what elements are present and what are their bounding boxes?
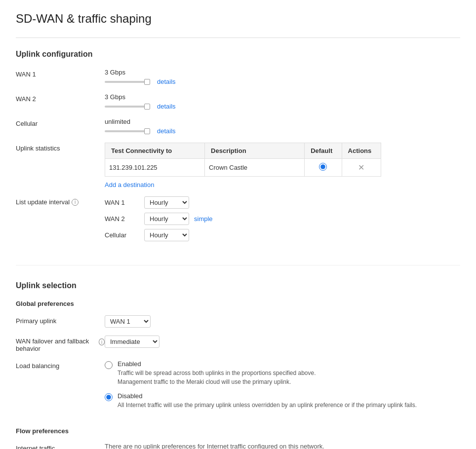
- title-divider: [16, 37, 460, 38]
- col-actions-header: Actions: [342, 143, 381, 159]
- wan1-bandwidth: 3 Gbps: [105, 69, 460, 76]
- primary-uplink-row: Primary uplink WAN 1 WAN 2 Cellular: [16, 315, 460, 328]
- load-balancing-row: Load balancing Enabled Traffic will be s…: [16, 360, 460, 415]
- cellular-interval-select[interactable]: Hourly Daily Weekly: [144, 229, 189, 241]
- page-title: SD-WAN & traffic shaping: [16, 12, 460, 26]
- connectivity-table: Test Connectivity to Description Default…: [105, 143, 381, 177]
- failover-label: WAN failover and fallback behavior i: [16, 336, 105, 352]
- uplink-stats-label: Uplink statistics: [16, 143, 105, 152]
- col-connectivity-header: Test Connectivity to: [105, 143, 205, 159]
- cellular-slider-thumb[interactable]: [144, 128, 150, 134]
- cellular-slider-row: details: [105, 127, 460, 135]
- wan2-label: WAN 2: [16, 93, 105, 103]
- uplink-stats-row: Uplink statistics Test Connectivity to D…: [16, 143, 460, 188]
- table-header-row: Test Connectivity to Description Default…: [105, 143, 381, 159]
- load-balancing-disabled-content: Disabled All Internet traffic will use t…: [118, 392, 417, 410]
- description-input[interactable]: [209, 164, 300, 171]
- wan1-interval-row: WAN 1 Hourly Daily Weekly: [105, 196, 460, 209]
- wan2-content: 3 Gbps details: [105, 93, 460, 110]
- load-balancing-enabled-desc: Traffic will be spread across both uplin…: [118, 369, 316, 386]
- wan1-interval-label: WAN 1: [105, 199, 139, 206]
- add-destination-link[interactable]: Add a destination: [105, 181, 154, 188]
- wan1-slider-track[interactable]: [105, 81, 149, 83]
- uplink-selection-section: Uplink selection Global preferences Prim…: [16, 281, 460, 449]
- wan1-details-link[interactable]: details: [157, 78, 176, 85]
- delete-row-button[interactable]: ✕: [355, 162, 367, 173]
- cellular-interval-row: Cellular Hourly Daily Weekly: [105, 229, 460, 241]
- load-balancing-disabled-label: Disabled: [118, 392, 417, 400]
- uplink-config-title: Uplink configuration: [16, 50, 460, 59]
- list-update-interval-content: WAN 1 Hourly Daily Weekly WAN 2 Hourly D…: [105, 196, 460, 245]
- wan2-interval-select[interactable]: Hourly Daily Weekly: [144, 213, 189, 225]
- wan2-slider-thumb[interactable]: [144, 104, 150, 110]
- cellular-content: unlimited details: [105, 118, 460, 135]
- uplink-selection-title: Uplink selection: [16, 281, 460, 290]
- cellular-slider-track[interactable]: [105, 130, 149, 132]
- list-update-interval-row: List update interval i WAN 1 Hourly Dail…: [16, 196, 460, 245]
- wan1-row: WAN 1 3 Gbps details: [16, 69, 460, 85]
- load-balancing-content: Enabled Traffic will be spread across bo…: [105, 360, 460, 415]
- cellular-bandwidth: unlimited: [105, 118, 460, 125]
- load-balancing-enabled-option: Enabled Traffic will be spread across bo…: [105, 360, 460, 386]
- wan2-details-link[interactable]: details: [157, 103, 176, 110]
- internet-traffic-label: Internet traffic: [16, 443, 105, 449]
- load-balancing-label: Load balancing: [16, 360, 105, 370]
- failover-label-text: WAN failover and fallback behavior: [16, 337, 97, 352]
- wan1-label: WAN 1: [16, 69, 105, 78]
- connectivity-cell[interactable]: [105, 159, 205, 177]
- connectivity-input[interactable]: [109, 164, 200, 171]
- list-update-interval-info-icon: i: [72, 199, 79, 206]
- load-balancing-enabled-label: Enabled: [118, 360, 316, 368]
- wan2-slider-track[interactable]: [105, 106, 149, 108]
- simple-link[interactable]: simple: [194, 215, 213, 223]
- wan2-bandwidth: 3 Gbps: [105, 93, 460, 101]
- uplink-config-section: Uplink configuration WAN 1 3 Gbps detail…: [16, 50, 460, 265]
- wan1-interval-select[interactable]: Hourly Daily Weekly: [144, 196, 189, 209]
- load-balancing-disabled-option: Disabled All Internet traffic will use t…: [105, 392, 460, 410]
- flow-prefs-block: Flow preferences Internet traffic There …: [16, 427, 460, 449]
- wan1-slider-thumb[interactable]: [144, 79, 150, 85]
- failover-info-icon: i: [99, 338, 105, 345]
- col-default-header: Default: [305, 143, 342, 159]
- wan1-slider-row: details: [105, 78, 460, 85]
- primary-uplink-label: Primary uplink: [16, 315, 105, 325]
- default-radio[interactable]: [319, 163, 327, 171]
- list-update-interval-text: List update interval: [16, 198, 70, 206]
- primary-uplink-select[interactable]: WAN 1 WAN 2 Cellular: [105, 315, 151, 328]
- wan2-row: WAN 2 3 Gbps details: [16, 93, 460, 110]
- uplink-stats-content: Test Connectivity to Description Default…: [105, 143, 460, 188]
- cellular-label: Cellular: [16, 118, 105, 127]
- internet-traffic-text: There are no uplink preferences for Inte…: [105, 443, 460, 449]
- internet-traffic-content: There are no uplink preferences for Inte…: [105, 443, 460, 449]
- cellular-details-link[interactable]: details: [157, 127, 176, 135]
- list-update-interval-label: List update interval i: [16, 196, 105, 206]
- global-prefs-title: Global preferences: [16, 300, 460, 307]
- internet-traffic-row: Internet traffic There are no uplink pre…: [16, 443, 460, 449]
- description-cell[interactable]: [205, 159, 305, 177]
- wan2-interval-row: WAN 2 Hourly Daily Weekly simple: [105, 213, 460, 225]
- failover-content: Immediate After 1 min After 5 min: [105, 336, 460, 348]
- default-cell[interactable]: [305, 159, 342, 177]
- cellular-interval-label: Cellular: [105, 231, 139, 239]
- wan1-content: 3 Gbps details: [105, 69, 460, 85]
- cellular-row: Cellular unlimited details: [16, 118, 460, 135]
- table-row: ✕: [105, 159, 381, 177]
- col-description-header: Description: [205, 143, 305, 159]
- wan2-interval-label: WAN 2: [105, 215, 139, 223]
- wan2-slider-row: details: [105, 103, 460, 110]
- load-balancing-disabled-radio[interactable]: [105, 393, 113, 401]
- load-balancing-enabled-radio[interactable]: [105, 361, 113, 369]
- load-balancing-enabled-content: Enabled Traffic will be spread across bo…: [118, 360, 316, 386]
- failover-select[interactable]: Immediate After 1 min After 5 min: [105, 336, 159, 348]
- flow-prefs-title: Flow preferences: [16, 427, 460, 435]
- load-balancing-disabled-desc: All Internet traffic will use the primar…: [118, 401, 417, 410]
- failover-row: WAN failover and fallback behavior i Imm…: [16, 336, 460, 352]
- actions-cell[interactable]: ✕: [342, 159, 381, 177]
- primary-uplink-content: WAN 1 WAN 2 Cellular: [105, 315, 460, 328]
